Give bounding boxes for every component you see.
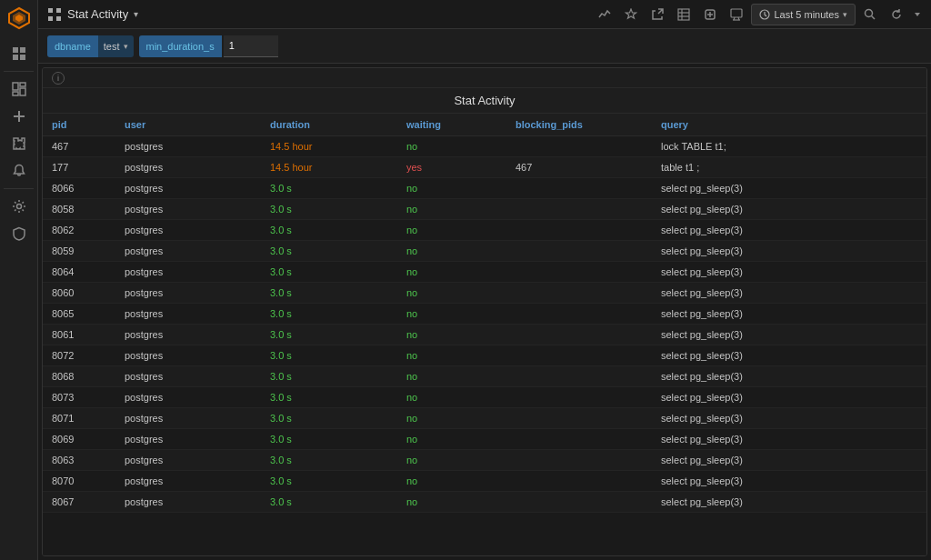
bell-icon[interactable] (4, 157, 35, 185)
cell-waiting: no (397, 136, 506, 157)
cell-blocking-pids (506, 241, 652, 262)
share-icon[interactable] (646, 4, 669, 25)
cell-blocking-pids (506, 429, 652, 450)
cell-user: postgres (115, 304, 261, 325)
table-row[interactable]: 8062 postgres 3.0 s no select pg_sleep(3… (43, 220, 926, 241)
table-row[interactable]: 8061 postgres 3.0 s no select pg_sleep(3… (43, 325, 926, 345)
table-row[interactable]: 8065 postgres 3.0 s no select pg_sleep(3… (43, 304, 926, 325)
search-icon[interactable] (858, 4, 882, 25)
cell-query: select pg_sleep(3) (652, 178, 926, 199)
cell-duration: 14.5 hour (261, 136, 397, 157)
cell-pid: 8063 (43, 450, 115, 471)
puzzle-icon[interactable] (4, 130, 35, 157)
cell-waiting: no (397, 262, 506, 283)
cell-user: postgres (115, 157, 261, 178)
min-duration-input[interactable] (224, 35, 278, 57)
cell-user: postgres (115, 178, 261, 199)
time-range-button[interactable]: Last 5 minutes ▾ (751, 4, 856, 25)
apps-grid-icon[interactable] (4, 40, 35, 67)
cell-query: select pg_sleep(3) (652, 304, 926, 325)
table-row[interactable]: 467 postgres 14.5 hour no lock TABLE t1; (43, 136, 926, 157)
cell-pid: 8067 (43, 492, 115, 513)
info-icon[interactable]: i (52, 72, 65, 85)
cell-waiting: no (397, 471, 506, 492)
main-content: Stat Activity ▾ (38, 0, 931, 560)
monitor-icon[interactable] (725, 4, 748, 25)
gear-icon[interactable] (4, 193, 35, 220)
cell-duration: 3.0 s (261, 199, 397, 220)
sidebar-divider-2 (4, 188, 34, 189)
dashboard-icon[interactable] (4, 75, 35, 103)
table-row[interactable]: 8071 postgres 3.0 s no select pg_sleep(3… (43, 408, 926, 429)
cell-duration: 3.0 s (261, 220, 397, 241)
apps-menu-icon[interactable] (45, 5, 64, 24)
cell-duration: 3.0 s (261, 262, 397, 283)
shield-icon[interactable] (4, 220, 35, 247)
cell-query: select pg_sleep(3) (652, 471, 926, 492)
cell-blocking-pids (506, 136, 652, 157)
cell-user: postgres (115, 387, 261, 408)
cell-pid: 8060 (43, 283, 115, 304)
table-row[interactable]: 8066 postgres 3.0 s no select pg_sleep(3… (43, 178, 926, 199)
cell-query: select pg_sleep(3) (652, 220, 926, 241)
table-icon[interactable] (672, 4, 696, 25)
col-header-pid: pid (43, 114, 115, 136)
dbname-filter[interactable]: dbname test ▾ (47, 35, 134, 57)
dbname-value[interactable]: test ▾ (98, 35, 134, 57)
cell-blocking-pids (506, 262, 652, 283)
stat-activity-table-container[interactable]: pid user duration waiting blocking_pids … (43, 114, 926, 555)
table-row[interactable]: 8072 postgres 3.0 s no select pg_sleep(3… (43, 345, 926, 366)
cell-query: select pg_sleep(3) (652, 387, 926, 408)
col-header-query: query (652, 114, 926, 136)
cell-waiting: no (397, 345, 506, 366)
dbname-label: dbname (47, 35, 98, 57)
table-row[interactable]: 8058 postgres 3.0 s no select pg_sleep(3… (43, 199, 926, 220)
cell-blocking-pids (506, 304, 652, 325)
cell-waiting: no (397, 450, 506, 471)
page-title: Stat Activity (67, 7, 128, 21)
table-row[interactable]: 8069 postgres 3.0 s no select pg_sleep(3… (43, 429, 926, 450)
svg-point-13 (16, 205, 21, 209)
cell-pid: 177 (43, 157, 115, 178)
topbar: Stat Activity ▾ (38, 0, 931, 29)
table-row[interactable]: 8064 postgres 3.0 s no select pg_sleep(3… (43, 262, 926, 283)
cell-pid: 8061 (43, 325, 115, 345)
svg-point-30 (866, 9, 873, 16)
table-row[interactable]: 8060 postgres 3.0 s no select pg_sleep(3… (43, 283, 926, 304)
cell-user: postgres (115, 345, 261, 366)
plus-icon[interactable] (4, 103, 35, 130)
cell-user: postgres (115, 283, 261, 304)
table-row[interactable]: 8067 postgres 3.0 s no select pg_sleep(3… (43, 492, 926, 513)
table-row[interactable]: 177 postgres 14.5 hour yes 467 table t1 … (43, 157, 926, 178)
table-row[interactable]: 8068 postgres 3.0 s no select pg_sleep(3… (43, 366, 926, 387)
cell-query: select pg_sleep(3) (652, 262, 926, 283)
cell-pid: 8070 (43, 471, 115, 492)
cell-pid: 8065 (43, 304, 115, 325)
star-icon[interactable] (619, 4, 643, 25)
cell-blocking-pids (506, 492, 652, 513)
table-row[interactable]: 8059 postgres 3.0 s no select pg_sleep(3… (43, 241, 926, 262)
table-row[interactable]: 8063 postgres 3.0 s no select pg_sleep(3… (43, 450, 926, 471)
table-row[interactable]: 8073 postgres 3.0 s no select pg_sleep(3… (43, 387, 926, 408)
stat-activity-table: pid user duration waiting blocking_pids … (43, 114, 926, 513)
refresh-icon[interactable] (885, 4, 908, 25)
svg-rect-18 (678, 9, 689, 20)
table-row[interactable]: 8070 postgres 3.0 s no select pg_sleep(3… (43, 471, 926, 492)
time-range-label: Last 5 minutes (774, 9, 839, 20)
chart-icon[interactable] (593, 4, 616, 25)
filterbar: dbname test ▾ min_duration_s (38, 29, 931, 64)
cell-waiting: yes (397, 157, 506, 178)
cell-user: postgres (115, 220, 261, 241)
svg-rect-7 (13, 83, 18, 90)
cell-duration: 3.0 s (261, 304, 397, 325)
plugin-icon[interactable] (698, 4, 722, 25)
cell-duration: 3.0 s (261, 325, 397, 345)
refresh-dropdown-icon[interactable] (911, 4, 924, 25)
app-logo[interactable] (5, 4, 34, 33)
title-dropdown-icon[interactable]: ▾ (134, 9, 138, 19)
cell-waiting: no (397, 429, 506, 450)
topbar-actions: Last 5 minutes ▾ (593, 4, 924, 25)
svg-rect-25 (731, 9, 742, 17)
cell-waiting: no (397, 366, 506, 387)
cell-query: select pg_sleep(3) (652, 408, 926, 429)
